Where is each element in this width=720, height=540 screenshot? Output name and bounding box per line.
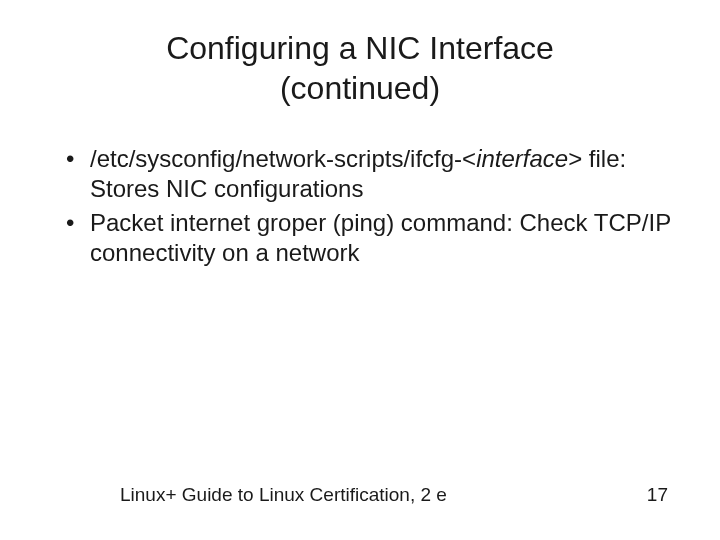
angle-open: < (462, 145, 476, 172)
bullet-text-emphasis: interface (476, 145, 568, 172)
angle-close: > (568, 145, 582, 172)
list-item: Packet internet groper (ping) command: C… (60, 208, 672, 268)
list-item: /etc/sysconfig/network-scripts/ifcfg-<in… (60, 144, 672, 204)
title-line-1: Configuring a NIC Interface (166, 30, 554, 66)
footer-source: Linux+ Guide to Linux Certification, 2 e (120, 484, 447, 506)
page-number: 17 (647, 484, 668, 506)
bullet-list: /etc/sysconfig/network-scripts/ifcfg-<in… (48, 144, 672, 268)
slide: Configuring a NIC Interface (continued) … (0, 0, 720, 540)
title-line-2: (continued) (280, 70, 440, 106)
bullet-text-pre: /etc/sysconfig/network-scripts/ifcfg- (90, 145, 462, 172)
slide-footer: Linux+ Guide to Linux Certification, 2 e… (0, 484, 720, 506)
slide-title: Configuring a NIC Interface (continued) (48, 28, 672, 108)
bullet-text: Packet internet groper (ping) command: C… (90, 209, 671, 266)
